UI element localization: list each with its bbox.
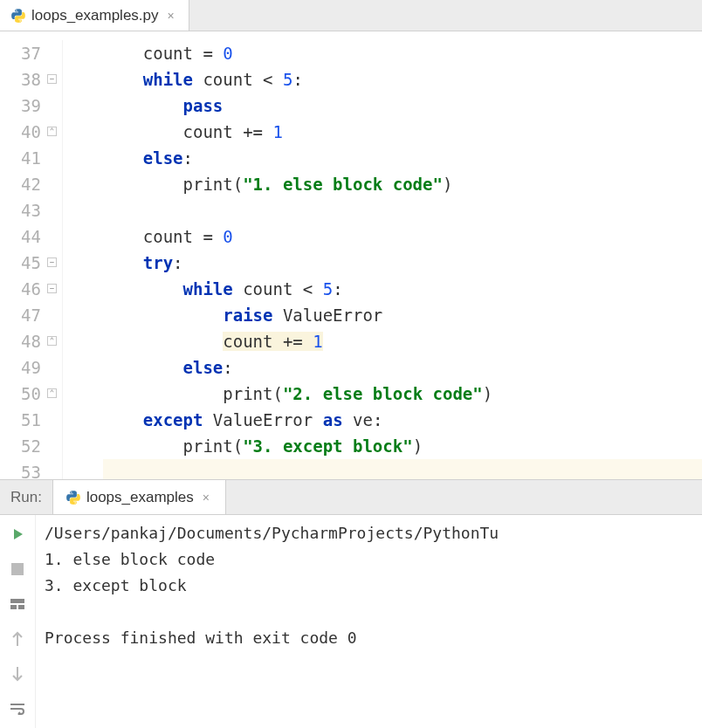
run-tab[interactable]: loops_examples × bbox=[52, 480, 226, 514]
console-toolbar bbox=[0, 515, 36, 728]
code-line[interactable]: print("1. else block code") bbox=[103, 171, 702, 197]
fold-icon[interactable]: − bbox=[47, 284, 57, 293]
code-line[interactable]: raise ValueError bbox=[103, 302, 702, 328]
run-label: Run: bbox=[0, 489, 52, 506]
scroll-up-button[interactable] bbox=[5, 627, 30, 651]
code-area[interactable]: count = 0 while count < 5: pass count +=… bbox=[63, 40, 702, 479]
code-line[interactable]: while count < 5: bbox=[103, 66, 702, 93]
line-number: 39 bbox=[9, 93, 41, 119]
code-line[interactable]: print("3. except block") bbox=[103, 433, 702, 459]
python-file-icon bbox=[10, 8, 26, 24]
line-number: 53 bbox=[9, 459, 41, 479]
layout-button[interactable] bbox=[5, 592, 30, 616]
code-line[interactable]: else: bbox=[103, 145, 702, 171]
line-number: 52 bbox=[9, 433, 41, 459]
code-line[interactable]: except ValueError as ve: bbox=[103, 407, 702, 433]
fold-icon[interactable]: ⌃ bbox=[47, 388, 57, 398]
code-line[interactable] bbox=[103, 197, 702, 223]
code-line[interactable] bbox=[103, 459, 702, 479]
code-line[interactable]: else: bbox=[103, 354, 702, 381]
fold-icon[interactable]: ⌃ bbox=[47, 336, 57, 346]
line-number: 40⌃ bbox=[9, 119, 41, 145]
console-header: Run: loops_examples × bbox=[0, 480, 702, 515]
svg-rect-3 bbox=[18, 605, 24, 609]
editor-tab-bar: loops_examples.py × bbox=[0, 0, 702, 31]
tab-filename: loops_examples.py bbox=[31, 7, 159, 24]
close-tab-icon[interactable]: × bbox=[164, 9, 178, 23]
line-number: 48⌃ bbox=[9, 328, 41, 354]
svg-rect-0 bbox=[11, 563, 24, 575]
fold-icon[interactable]: − bbox=[47, 258, 57, 267]
line-number: 37 bbox=[9, 40, 41, 66]
line-number: 38− bbox=[9, 66, 41, 93]
fold-icon[interactable]: − bbox=[47, 74, 57, 84]
code-line[interactable]: count += 1 bbox=[103, 119, 702, 145]
line-number: 43 bbox=[9, 197, 41, 223]
editor-tab[interactable]: loops_examples.py × bbox=[0, 0, 189, 31]
code-line[interactable]: pass bbox=[103, 93, 702, 119]
run-tab-name: loops_examples bbox=[86, 489, 194, 506]
svg-rect-1 bbox=[10, 599, 24, 603]
scroll-down-button[interactable] bbox=[5, 662, 30, 686]
svg-rect-2 bbox=[10, 605, 17, 609]
line-number: 51 bbox=[9, 407, 41, 433]
console-panel: Run: loops_examples × /Users/pankaj/Docu… bbox=[0, 479, 702, 728]
python-file-icon bbox=[65, 490, 81, 505]
line-number: 50⌃ bbox=[9, 381, 41, 407]
line-number: 47 bbox=[9, 302, 41, 328]
code-line[interactable]: while count < 5: bbox=[103, 276, 702, 302]
code-line[interactable]: try: bbox=[103, 250, 702, 276]
code-line[interactable]: count = 0 bbox=[103, 223, 702, 250]
console-output[interactable]: /Users/pankaj/Documents/PycharmProjects/… bbox=[36, 515, 702, 728]
line-number: 41 bbox=[9, 145, 41, 171]
line-number: 42 bbox=[9, 171, 41, 197]
line-number: 45− bbox=[9, 250, 41, 276]
line-number: 44 bbox=[9, 223, 41, 250]
fold-icon[interactable]: ⌃ bbox=[47, 127, 57, 136]
stop-button[interactable] bbox=[5, 557, 30, 581]
run-button[interactable] bbox=[5, 522, 30, 546]
code-line[interactable]: count += 1 bbox=[103, 328, 702, 354]
line-number-gutter: 3738−3940⌃4142434445−46−4748⌃4950⌃515253 bbox=[0, 40, 63, 479]
code-line[interactable]: count = 0 bbox=[103, 40, 702, 66]
code-editor[interactable]: 3738−3940⌃4142434445−46−4748⌃4950⌃515253… bbox=[0, 40, 702, 479]
code-line[interactable]: print("2. else block code") bbox=[103, 381, 702, 407]
line-number: 49 bbox=[9, 354, 41, 381]
wrap-button[interactable] bbox=[5, 697, 30, 721]
close-run-tab-icon[interactable]: × bbox=[199, 491, 213, 505]
line-number: 46− bbox=[9, 276, 41, 302]
